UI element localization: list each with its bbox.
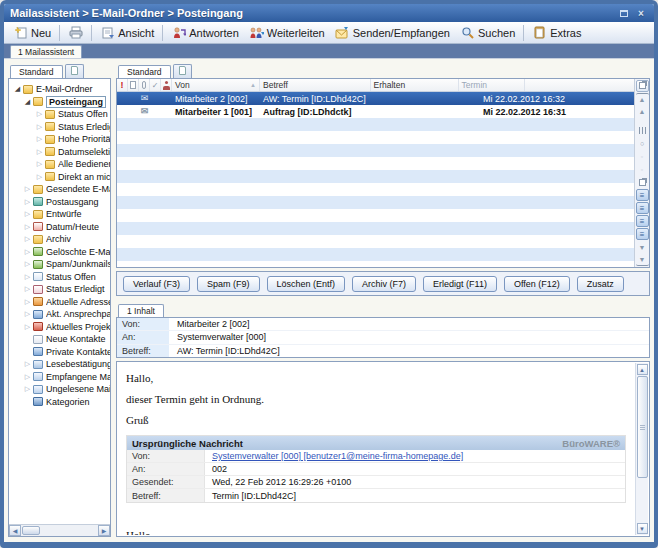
column-von[interactable]: Von▲	[172, 79, 260, 91]
collapsed-arrow-icon[interactable]: ▷	[23, 210, 32, 218]
restore-button[interactable]	[617, 7, 631, 20]
view-mode-2-icon[interactable]: ≡	[636, 202, 649, 214]
action-löschen-entf[interactable]: Löschen (Entf)	[267, 276, 346, 292]
empty-row[interactable]	[117, 209, 634, 222]
tree-item-entwürfe[interactable]: ▷Entwürfe	[11, 208, 110, 221]
send-receive-button[interactable]: Senden/Empfangen	[330, 24, 455, 42]
tree-item-datum-heute[interactable]: ▷Datum/Heute	[11, 221, 110, 234]
column-erhalten[interactable]: Erhalten	[371, 79, 459, 91]
close-button[interactable]: ×	[634, 7, 648, 20]
group-icon[interactable]: ▫	[636, 164, 649, 176]
list-new-view-tab[interactable]	[173, 64, 192, 78]
scroll-down-icon[interactable]: ▼	[637, 523, 648, 534]
scroll-left-icon[interactable]: ◀	[9, 525, 21, 536]
view-mode-1-icon[interactable]: ≡	[636, 189, 649, 201]
view-mode-3-icon[interactable]: ≡	[636, 215, 649, 227]
empty-row[interactable]	[117, 183, 634, 196]
tree-item-aktuelles-projekt[interactable]: ▷Aktuelles Projekt	[11, 321, 110, 334]
collapsed-arrow-icon[interactable]: ▷	[23, 273, 32, 281]
quick-search-icon[interactable]: ○	[636, 138, 649, 150]
action-zusatz[interactable]: Zusatz	[577, 276, 624, 292]
tree-item-status-erledigt[interactable]: ▷Status Erledigt	[11, 121, 110, 134]
empty-row[interactable]	[117, 170, 634, 183]
scroll-up-icon[interactable]: ▲	[636, 106, 649, 118]
new-button[interactable]: Neu	[8, 24, 56, 42]
empty-row[interactable]	[117, 144, 634, 157]
action-verlauf-f3[interactable]: Verlauf (F3)	[123, 276, 190, 292]
collapsed-arrow-icon[interactable]: ▷	[23, 235, 32, 243]
column-priority[interactable]: !	[117, 79, 128, 91]
tree-item-spam-junkmails[interactable]: ▷Spam/Junkmails	[11, 258, 110, 271]
action-erledigt-f11[interactable]: Erledigt (F11)	[423, 276, 497, 292]
action-archiv-f7[interactable]: Archiv (F7)	[352, 276, 416, 292]
collapsed-arrow-icon[interactable]: ▷	[23, 260, 32, 268]
tree-item-alle-bediener[interactable]: ▷Alle Bediener	[11, 158, 110, 171]
tree-item-neue-kontakte[interactable]: Neue Kontakte	[11, 333, 110, 346]
tree-item-private-kontakte[interactable]: Private Kontakte	[11, 346, 110, 359]
column-document[interactable]	[128, 79, 139, 91]
tree-item-gelöschte-e-mails[interactable]: ▷Gelöschte E-Mails	[11, 246, 110, 259]
view-button[interactable]: Ansicht	[95, 24, 159, 42]
collapsed-arrow-icon[interactable]: ▷	[35, 160, 44, 168]
mail-row-mitarbeiter-1-001[interactable]: ✉Mitarbeiter 1 [001]Auftrag [ID:LDhdctk]…	[117, 105, 634, 118]
tree-item-posteingang[interactable]: ◢Posteingang	[11, 96, 110, 109]
empty-row[interactable]	[117, 235, 634, 248]
tab-inhalt[interactable]: 1 Inhalt	[118, 304, 164, 317]
column-status[interactable]: ✓	[150, 79, 161, 91]
print-button[interactable]	[63, 24, 88, 42]
forward-button[interactable]: Weiterleiten	[244, 24, 330, 42]
empty-row[interactable]	[117, 222, 634, 235]
body-scrollbar[interactable]: ▲ ▼	[635, 363, 648, 535]
tree-item-ungelesene-mails[interactable]: ▷Ungelesene Mails	[11, 383, 110, 396]
collapsed-arrow-icon[interactable]: ▷	[35, 110, 44, 118]
tree-item-empfangene-mails[interactable]: ▷Empfangene Mails	[11, 371, 110, 384]
collapsed-arrow-icon[interactable]: ▷	[35, 135, 44, 143]
column-betreff[interactable]: Betreff	[260, 79, 371, 91]
empty-row[interactable]	[117, 196, 634, 209]
expanded-arrow-icon[interactable]: ◢	[23, 98, 32, 106]
action-offen-f12[interactable]: Offen (F12)	[504, 276, 570, 292]
empty-row[interactable]	[117, 131, 634, 144]
empty-row[interactable]	[117, 248, 634, 261]
filter-icon[interactable]: ▫	[636, 151, 649, 163]
scroll-to-top-icon[interactable]: ▲	[636, 93, 649, 105]
sender-link[interactable]: Systemverwalter [000] [benutzer1@meine-f…	[205, 451, 463, 461]
collapsed-arrow-icon[interactable]: ▷	[23, 298, 32, 306]
collapsed-arrow-icon[interactable]: ▷	[23, 198, 32, 206]
sidebar-tab-standard[interactable]: Standard	[10, 65, 63, 78]
list-tab-standard[interactable]: Standard	[118, 65, 171, 78]
tree-item-archiv[interactable]: ▷Archiv	[11, 233, 110, 246]
extras-button[interactable]: Extras	[527, 24, 586, 42]
empty-row[interactable]	[117, 261, 634, 267]
tree-item-akt-ansprechpartner[interactable]: ▷Akt. Ansprechpartner	[11, 308, 110, 321]
tree-item-status-offen[interactable]: ▷Status Offen	[11, 108, 110, 121]
scroll-up-icon[interactable]: ▲	[637, 364, 648, 375]
collapsed-arrow-icon[interactable]: ▷	[23, 310, 32, 318]
column-termin[interactable]: Termin	[459, 79, 525, 91]
tree-item-aktuelle-adresse[interactable]: ▷Aktuelle Adresse	[11, 296, 110, 309]
action-spam-f9[interactable]: Spam (F9)	[197, 276, 260, 292]
column-options-icon[interactable]	[636, 80, 649, 92]
collapsed-arrow-icon[interactable]: ▷	[23, 185, 32, 193]
tree-item-kategorien[interactable]: Kategorien	[11, 396, 110, 409]
collapsed-arrow-icon[interactable]: ▷	[23, 360, 32, 368]
tree-item-status-offen[interactable]: ▷Status Offen	[11, 271, 110, 284]
scroll-thumb[interactable]	[637, 376, 648, 478]
tree-item-lesebestätigungen[interactable]: ▷Lesebestätigungen	[11, 358, 110, 371]
scroll-to-bottom-icon[interactable]: ▼	[636, 254, 649, 266]
tab-mailassistent[interactable]: 1 Mailassistent	[10, 45, 82, 58]
tree-item-direkt-an-mich[interactable]: ▷Direkt an mich	[11, 171, 110, 184]
copy-view-icon[interactable]	[636, 176, 649, 188]
tree-item-e-mail-ordner[interactable]: ◢E-Mail-Ordner	[11, 83, 110, 96]
collapsed-arrow-icon[interactable]: ▷	[23, 223, 32, 231]
search-button[interactable]: Suchen	[455, 24, 520, 42]
tree-item-datumselektion[interactable]: ▷Datumselektion	[11, 146, 110, 159]
tree-item-status-erledigt[interactable]: ▷Status Erledigt	[11, 283, 110, 296]
tree-item-gesendete-e-mails[interactable]: ▷Gesendete E-Mails	[11, 183, 110, 196]
scroll-right-icon[interactable]: ▶	[98, 525, 110, 536]
column-attachment[interactable]	[139, 79, 150, 91]
mail-row-mitarbeiter-2-002[interactable]: ✉Mitarbeiter 2 [002]AW: Termin [ID:LDhd4…	[117, 92, 634, 105]
columns-icon[interactable]	[636, 125, 649, 137]
column-contact[interactable]	[161, 79, 172, 91]
scroll-down-icon[interactable]: ▼	[636, 241, 649, 253]
